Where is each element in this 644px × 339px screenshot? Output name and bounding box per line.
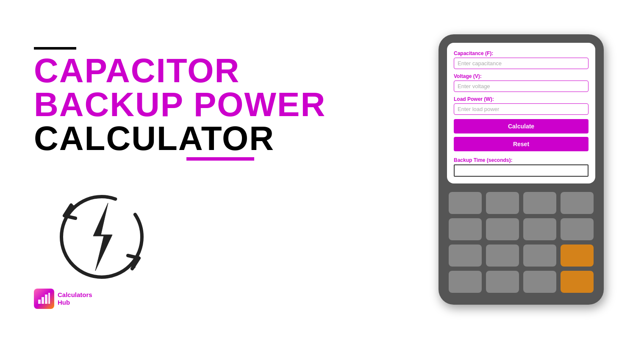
keypad-key-k2[interactable] [486, 192, 519, 214]
energy-icon [34, 173, 169, 292]
keypad-key-k14[interactable] [486, 271, 519, 293]
load-power-field-group: Load Power (W): [454, 96, 588, 115]
title-line1: CAPACITOR [34, 52, 240, 89]
svg-point-2 [71, 205, 75, 209]
keypad-key-k1[interactable] [449, 192, 482, 214]
svg-marker-1 [93, 203, 112, 271]
keypad-key-k12[interactable] [561, 245, 594, 267]
svg-rect-7 [48, 293, 50, 304]
keypad-key-k8[interactable] [561, 218, 594, 240]
voltage-label: Voltage (V): [454, 73, 588, 79]
keypad-key-k6[interactable] [486, 218, 519, 240]
keypad-key-k3[interactable] [523, 192, 556, 214]
logo-text: Calculators Hub [58, 291, 92, 306]
keypad-key-k7[interactable] [523, 218, 556, 240]
title-accent-line [34, 47, 76, 50]
logo: Calculators Hub [34, 289, 92, 309]
result-label: Backup Time (seconds): [454, 157, 588, 163]
svg-rect-4 [38, 300, 41, 304]
logo-icon [34, 289, 54, 309]
capacitance-field-group: Capacitance (F): [454, 50, 588, 69]
keypad-key-k13[interactable] [449, 271, 482, 293]
title-underline [186, 157, 254, 161]
voltage-input[interactable] [454, 81, 588, 92]
capacitance-input[interactable] [454, 58, 588, 69]
left-section: CAPACITOR BACKUP POWER CALCULATOR [34, 47, 432, 292]
right-section: Capacitance (F): Voltage (V): Load Power… [432, 34, 610, 305]
logo-brand2: Hub [58, 299, 92, 306]
keypad-key-k9[interactable] [449, 245, 482, 267]
keypad-key-k10[interactable] [486, 245, 519, 267]
keypad [447, 192, 595, 293]
keypad-key-k11[interactable] [523, 245, 556, 267]
reset-button[interactable]: Reset [454, 137, 588, 151]
title-line3: CALCULATOR [34, 119, 275, 157]
keypad-key-k5[interactable] [449, 218, 482, 240]
load-power-label: Load Power (W): [454, 96, 588, 102]
result-input [454, 164, 588, 177]
main-title: CAPACITOR BACKUP POWER CALCULATOR [34, 54, 432, 156]
svg-rect-6 [45, 295, 47, 304]
capacitance-label: Capacitance (F): [454, 50, 588, 56]
title-line2: BACKUP POWER [34, 86, 326, 123]
keypad-key-k15[interactable] [523, 271, 556, 293]
keypad-key-k16[interactable] [561, 271, 594, 293]
load-power-input[interactable] [454, 103, 588, 115]
keypad-key-k4[interactable] [561, 192, 594, 214]
svg-rect-5 [42, 297, 44, 304]
logo-brand: Calculators [58, 291, 92, 299]
svg-point-3 [131, 264, 136, 269]
calculator-screen: Capacitance (F): Voltage (V): Load Power… [447, 43, 595, 183]
calculator-device: Capacitance (F): Voltage (V): Load Power… [439, 34, 604, 305]
calculate-button[interactable]: Calculate [454, 119, 588, 133]
voltage-field-group: Voltage (V): [454, 73, 588, 92]
